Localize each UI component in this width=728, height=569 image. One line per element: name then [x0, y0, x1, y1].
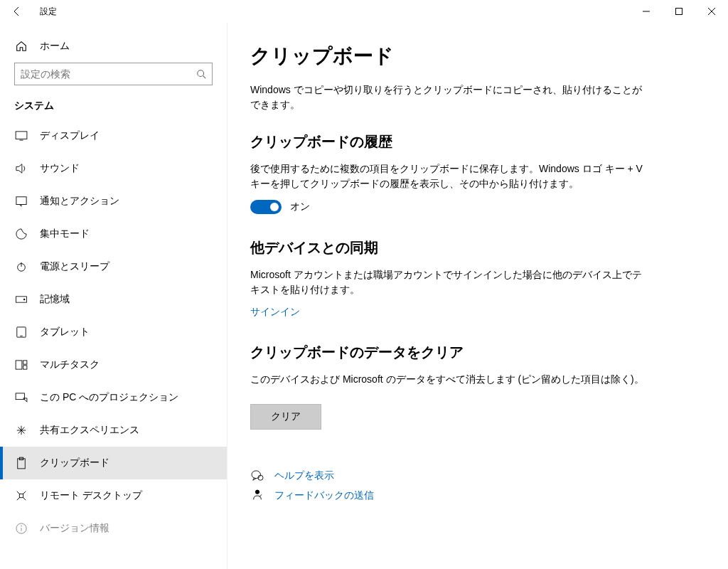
- sidebar-item-label: マルチタスク: [40, 358, 100, 371]
- sidebar-item-label: この PC へのプロジェクション: [40, 391, 178, 404]
- svg-rect-16: [23, 361, 27, 364]
- svg-point-27: [255, 490, 259, 494]
- close-button[interactable]: [695, 0, 728, 23]
- sidebar-item-multitask[interactable]: マルチタスク: [0, 349, 227, 381]
- section-history: クリップボードの履歴 後で使用するために複数の項目をクリップボードに保存します。…: [250, 132, 700, 214]
- svg-rect-15: [16, 361, 22, 369]
- history-toggle[interactable]: [250, 200, 282, 214]
- storage-icon: [14, 296, 28, 303]
- svg-point-24: [21, 526, 21, 526]
- svg-rect-21: [19, 494, 23, 497]
- minimize-button[interactable]: [630, 0, 663, 23]
- sidebar-item-projection[interactable]: この PC へのプロジェクション: [0, 381, 227, 414]
- back-button[interactable]: [6, 0, 28, 23]
- sidebar-item-label: 共有エクスペリエンス: [40, 424, 139, 437]
- sidebar-item-label: 記憶域: [40, 293, 70, 306]
- window-controls: [630, 0, 728, 23]
- page-intro: Windows でコピーや切り取りを行うとクリップボードにコピーされ、貼り付ける…: [250, 83, 648, 112]
- maximize-button[interactable]: [663, 0, 695, 23]
- sound-icon: [14, 163, 28, 174]
- sidebar-item-tablet[interactable]: タブレット: [0, 316, 227, 349]
- svg-point-4: [198, 70, 204, 77]
- sidebar-item-storage[interactable]: 記憶域: [0, 283, 227, 316]
- clipboard-icon: [14, 457, 28, 469]
- search-field[interactable]: [21, 68, 196, 80]
- sidebar-group-label: システム: [0, 97, 227, 119]
- svg-rect-6: [16, 132, 27, 139]
- help-icon: [250, 470, 264, 482]
- feedback-link[interactable]: フィードバックの送信: [274, 489, 374, 502]
- clear-heading: クリップボードのデータをクリア: [250, 343, 700, 362]
- sidebar-item-label: ディスプレイ: [40, 129, 100, 142]
- sidebar-item-label: リモート デスクトップ: [40, 489, 142, 502]
- shared-icon: [14, 425, 28, 436]
- feedback-icon: [250, 489, 264, 502]
- app-title: 設定: [40, 6, 57, 18]
- sidebar-item-power[interactable]: 電源とスリープ: [0, 250, 227, 283]
- sidebar-item-sound[interactable]: サウンド: [0, 152, 227, 185]
- svg-point-25: [252, 471, 260, 479]
- history-toggle-label: オン: [290, 201, 310, 213]
- svg-rect-17: [23, 366, 27, 369]
- sidebar-item-shared[interactable]: 共有エクスペリエンス: [0, 414, 227, 447]
- page-title: クリップボード: [250, 43, 700, 70]
- sidebar-item-about[interactable]: バージョン情報: [0, 512, 227, 545]
- sidebar-item-focus[interactable]: 集中モード: [0, 218, 227, 250]
- history-desc: 後で使用するために複数の項目をクリップボードに保存します。Windows ロゴ …: [250, 161, 648, 191]
- sidebar-item-label: 通知とアクション: [40, 195, 119, 208]
- multitask-icon: [14, 360, 28, 370]
- sidebar-item-label: クリップボード: [40, 457, 109, 469]
- home-link[interactable]: ホーム: [0, 34, 227, 63]
- svg-line-5: [203, 76, 206, 79]
- focus-icon: [14, 228, 28, 240]
- section-sync: 他デバイスとの同期 Microsoft アカウントまたは職場アカウントでサインイ…: [250, 238, 700, 319]
- sync-heading: 他デバイスとの同期: [250, 238, 700, 257]
- clear-button[interactable]: クリア: [250, 404, 321, 430]
- sidebar-item-label: 電源とスリープ: [40, 260, 109, 273]
- svg-rect-8: [16, 197, 26, 205]
- power-icon: [14, 261, 28, 272]
- notification-icon: [14, 196, 28, 207]
- history-heading: クリップボードの履歴: [250, 132, 700, 151]
- home-label: ホーム: [40, 40, 70, 53]
- svg-rect-1: [676, 9, 682, 15]
- sidebar-item-label: タブレット: [40, 326, 90, 339]
- section-clear: クリップボードのデータをクリア このデバイスおよび Microsoft のデータ…: [250, 343, 700, 430]
- project-icon: [14, 393, 28, 403]
- home-icon: [14, 40, 28, 53]
- sidebar-item-label: バージョン情報: [40, 522, 109, 535]
- display-icon: [14, 131, 28, 141]
- sidebar-item-label: サウンド: [40, 162, 80, 175]
- help-link[interactable]: ヘルプを表示: [274, 469, 334, 482]
- search-input[interactable]: [14, 63, 213, 85]
- sidebar-item-label: 集中モード: [40, 228, 90, 240]
- content-area: クリップボード Windows でコピーや切り取りを行うとクリップボードにコピー…: [228, 23, 728, 569]
- search-icon: [196, 69, 206, 79]
- sidebar-item-clipboard[interactable]: クリップボード: [0, 447, 227, 479]
- sidebar-item-display[interactable]: ディスプレイ: [0, 119, 227, 152]
- signin-link[interactable]: サインイン: [250, 306, 300, 319]
- sidebar-item-notifications[interactable]: 通知とアクション: [0, 185, 227, 218]
- clear-desc: このデバイスおよび Microsoft のデータをすべて消去します (ピン留めし…: [250, 372, 648, 387]
- remote-icon: [14, 490, 28, 501]
- titlebar: 設定: [0, 0, 728, 23]
- about-icon: [14, 523, 28, 534]
- svg-point-12: [23, 299, 26, 301]
- sync-desc: Microsoft アカウントまたは職場アカウントでサインインした場合に他のデバ…: [250, 267, 648, 297]
- sidebar-item-remote[interactable]: リモート デスクトップ: [0, 479, 227, 512]
- tablet-icon: [14, 326, 28, 338]
- sidebar: ホーム システム ディスプレイ サウンド 通知とアクション 集中モード: [0, 23, 228, 569]
